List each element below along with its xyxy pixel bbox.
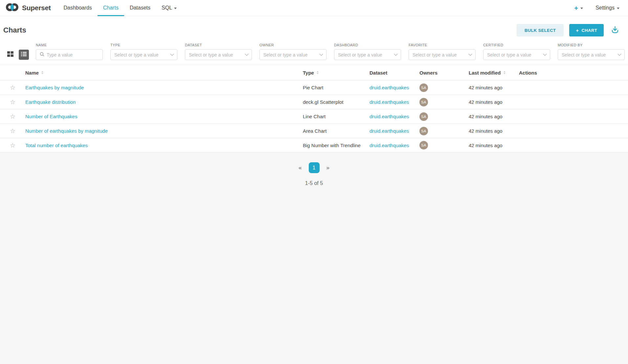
top-navbar: Superset Dashboards Charts Datasets SQL … — [0, 0, 628, 16]
filter-group-name: NAME — [36, 43, 103, 60]
filter-group-dashboard: DASHBOARD Select or type a value — [334, 43, 401, 60]
favorite-star-icon[interactable]: ☆ — [10, 84, 15, 91]
list-view-toggle[interactable] — [19, 50, 29, 60]
dataset-link[interactable]: druid.earthquakes — [370, 99, 409, 105]
header-actions: BULK SELECT + CHART — [517, 24, 619, 36]
filter-label: NAME — [36, 43, 103, 47]
page-header: Charts BULK SELECT + CHART — [0, 16, 628, 42]
chevron-down-icon — [394, 52, 397, 56]
filter-group-certified: CERTIFIED Select or type a value — [483, 43, 550, 60]
dataset-link[interactable]: druid.earthquakes — [370, 128, 409, 134]
nav-item-dashboards[interactable]: Dashboards — [58, 0, 97, 16]
owner-avatar[interactable]: SA — [419, 83, 428, 92]
plus-icon: + — [576, 28, 579, 33]
pagination-summary: 1-5 of 5 — [305, 180, 323, 186]
last-modified: 42 minutes ago — [469, 143, 503, 148]
filter-label: TYPE — [110, 43, 177, 47]
header-actions: Actions — [519, 70, 628, 76]
brand-name: Superset — [22, 4, 51, 12]
filter-label: DASHBOARD — [334, 43, 401, 47]
filter-label: CERTIFIED — [483, 43, 550, 47]
filter-label: DATASET — [185, 43, 252, 47]
owner-avatar[interactable]: SA — [419, 141, 428, 149]
owner-avatar[interactable]: SA — [419, 98, 428, 106]
name-filter-input[interactable] — [47, 52, 99, 57]
list-view-icon — [21, 52, 27, 58]
filter-label: OWNER — [259, 43, 326, 47]
filter-group-favorite: FAVORITE Select or type a value — [409, 43, 476, 60]
owner-filter-select[interactable]: Select or type a value — [259, 49, 326, 60]
dataset-link[interactable]: druid.earthquakes — [370, 114, 409, 119]
header-name: Name — [25, 70, 303, 76]
favorite-star-icon[interactable]: ☆ — [10, 128, 15, 134]
navbar-right: + Settings — [574, 0, 628, 16]
nav-item-sql[interactable]: SQL — [156, 0, 182, 16]
table-row: ☆ Number of earthquakes by magnitude Are… — [0, 124, 628, 138]
header-type: Type — [303, 70, 370, 76]
chevron-down-icon — [319, 52, 323, 56]
favorite-filter-select[interactable]: Select or type a value — [409, 49, 476, 60]
chevron-down-icon — [468, 52, 472, 56]
card-view-icon — [7, 51, 14, 59]
last-modified: 42 minutes ago — [469, 114, 503, 119]
chart-name-link[interactable]: Number of earthquakes by magnitude — [25, 128, 108, 134]
chart-type: Big Number with Trendline — [303, 143, 361, 148]
sort-icon[interactable] — [41, 71, 43, 74]
settings-menu[interactable]: Settings — [595, 5, 619, 11]
table-row: ☆ Number of Earthquakes Line Chart druid… — [0, 109, 628, 124]
owner-avatar[interactable]: SA — [419, 127, 428, 135]
plus-icon: + — [574, 5, 578, 11]
chevron-down-icon — [543, 52, 547, 56]
chart-name-link[interactable]: Number of Earthquakes — [25, 114, 77, 119]
table-row: ☆ Earthquake distribution deck.gl Scatte… — [0, 95, 628, 109]
dataset-link[interactable]: druid.earthquakes — [370, 143, 409, 148]
last-modified: 42 minutes ago — [469, 128, 503, 134]
last-modified: 42 minutes ago — [469, 85, 503, 90]
chart-name-link[interactable]: Earthquake distribution — [25, 99, 76, 105]
pagination-area: « 1 » 1-5 of 5 — [0, 152, 628, 186]
page-1-button[interactable]: 1 — [309, 162, 320, 173]
filter-label: MODIFIED BY — [558, 43, 625, 47]
search-icon — [40, 52, 44, 58]
nav-item-charts[interactable]: Charts — [98, 0, 124, 16]
nav-item-datasets[interactable]: Datasets — [124, 0, 156, 16]
new-item-menu[interactable]: + — [574, 5, 583, 11]
favorite-star-icon[interactable]: ☆ — [10, 99, 15, 105]
chevron-down-icon — [617, 52, 621, 56]
favorite-star-icon[interactable]: ☆ — [10, 113, 15, 120]
header-dataset: Dataset — [370, 70, 419, 76]
next-page-button[interactable]: » — [324, 165, 332, 171]
sort-icon[interactable] — [317, 71, 319, 74]
header-owners: Owners — [419, 70, 469, 76]
bulk-select-button[interactable]: BULK SELECT — [517, 24, 564, 36]
type-filter-select[interactable]: Select or type a value — [110, 49, 177, 60]
chart-type: Pie Chart — [303, 85, 324, 90]
favorite-star-icon[interactable]: ☆ — [10, 142, 15, 148]
filter-group-dataset: DATASET Select or type a value — [185, 43, 252, 60]
import-charts-button[interactable] — [611, 25, 619, 35]
filter-group-modified-by: MODIFIED BY Select or type a value — [558, 43, 625, 60]
page-title: Charts — [3, 26, 26, 34]
modified-by-filter-select[interactable]: Select or type a value — [558, 49, 625, 60]
table-body: ☆ Earthquakes by magnitude Pie Chart dru… — [0, 80, 628, 152]
add-chart-button[interactable]: + CHART — [569, 24, 604, 36]
superset-brand[interactable]: Superset — [5, 0, 51, 16]
charts-table: Name Type Dataset Owners Last modified — [0, 65, 628, 152]
chart-type: Area Chart — [303, 128, 327, 134]
chart-name-link[interactable]: Total number of earthquakes — [25, 143, 88, 148]
dashboard-filter-select[interactable]: Select or type a value — [334, 49, 401, 60]
chevron-down-icon — [174, 8, 177, 9]
owner-avatar[interactable]: SA — [419, 112, 428, 121]
filter-bar: NAME TYPE Select or type a value DATASET… — [0, 42, 628, 65]
dataset-link[interactable]: druid.earthquakes — [370, 85, 409, 90]
card-view-toggle[interactable] — [6, 51, 14, 59]
table-header-row: Name Type Dataset Owners Last modified — [0, 65, 628, 80]
dataset-filter-select[interactable]: Select or type a value — [185, 49, 252, 60]
name-filter[interactable] — [36, 49, 103, 60]
certified-filter-select[interactable]: Select or type a value — [483, 49, 550, 60]
prev-page-button[interactable]: « — [296, 165, 304, 171]
chart-name-link[interactable]: Earthquakes by magnitude — [25, 85, 84, 90]
content-area: Superset Dashboards Charts Datasets SQL … — [0, 0, 628, 152]
chart-type: deck.gl Scatterplot — [303, 99, 343, 105]
sort-icon[interactable] — [504, 71, 505, 74]
